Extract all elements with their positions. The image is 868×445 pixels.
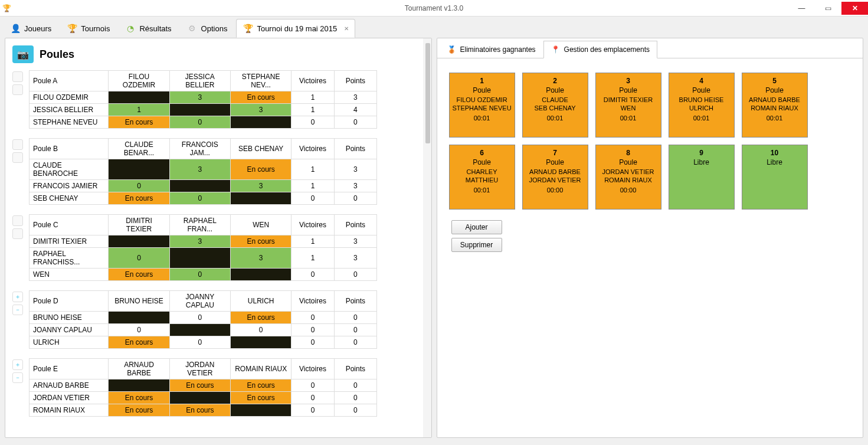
score-cell[interactable] bbox=[169, 180, 230, 192]
table-row[interactable]: CLAUDE BENAROCHE3En cours13 bbox=[30, 159, 377, 180]
score-cell[interactable]: 3 bbox=[230, 248, 291, 269]
score-cell[interactable]: En cours bbox=[109, 392, 169, 404]
slot-card[interactable]: 7PouleARNAUD BARBEJORDAN VETIER00:00 bbox=[522, 145, 588, 210]
score-cell[interactable] bbox=[230, 116, 291, 129]
tab-current-tournament[interactable]: 🏆 Tournoi du 19 mai 2015 ✕ bbox=[236, 19, 355, 38]
score-cell[interactable] bbox=[169, 324, 230, 336]
slot-card[interactable]: 4PouleBRUNO HEISEULRICH00:01 bbox=[669, 73, 735, 138]
close-tab-icon[interactable]: ✕ bbox=[344, 25, 349, 32]
score-cell[interactable]: 3 bbox=[230, 104, 291, 116]
score-cell[interactable]: 3 bbox=[230, 180, 291, 192]
remove-row-button[interactable]: － bbox=[12, 372, 23, 383]
score-cell[interactable] bbox=[109, 159, 169, 180]
score-cell[interactable] bbox=[169, 392, 230, 404]
table-row[interactable]: JOANNY CAPLAU0000 bbox=[30, 324, 377, 336]
score-cell[interactable] bbox=[169, 248, 230, 269]
scrollbar[interactable] bbox=[423, 38, 431, 437]
score-cell[interactable] bbox=[230, 404, 291, 417]
wins-cell: 1 bbox=[291, 180, 334, 192]
score-cell[interactable] bbox=[230, 336, 291, 349]
score-cell[interactable]: En cours bbox=[230, 379, 291, 392]
score-cell[interactable]: 3 bbox=[169, 159, 230, 180]
slot-card[interactable]: 6PouleCHARLEYMATTHIEU00:01 bbox=[449, 145, 515, 210]
slot-card[interactable]: 8PouleJORDAN VETIERROMAIN RIAUX00:00 bbox=[595, 145, 661, 210]
scroll-thumb[interactable] bbox=[425, 43, 430, 143]
points-cell: 0 bbox=[334, 312, 376, 324]
trophy-icon: 🏆 bbox=[243, 23, 253, 34]
score-cell[interactable]: En cours bbox=[169, 404, 230, 417]
table-row[interactable]: WENEn cours000 bbox=[30, 269, 377, 281]
slot-number: 7 bbox=[553, 149, 557, 157]
close-button[interactable]: ✕ bbox=[841, 2, 868, 15]
column-header: Victoires bbox=[291, 291, 334, 312]
remove-row-button[interactable]: － bbox=[12, 305, 23, 315]
slot-card[interactable]: 3PouleDIMITRI TEXIERWEN00:01 bbox=[595, 73, 661, 138]
score-cell[interactable] bbox=[169, 104, 230, 116]
side-placeholder bbox=[12, 71, 23, 82]
score-cell[interactable] bbox=[109, 91, 169, 104]
score-cell[interactable]: 0 bbox=[169, 116, 230, 129]
table-row[interactable]: JORDAN VETIEREn coursEn cours00 bbox=[30, 392, 377, 404]
score-cell[interactable]: 0 bbox=[109, 324, 169, 336]
table-row[interactable]: FILOU OZDEMIR3En cours13 bbox=[30, 91, 377, 104]
add-slot-button[interactable]: Ajouter bbox=[451, 220, 502, 234]
score-cell[interactable]: En cours bbox=[109, 116, 169, 129]
score-cell[interactable]: En cours bbox=[230, 91, 291, 104]
score-cell[interactable] bbox=[109, 379, 169, 392]
table-row[interactable]: STEPHANE NEVEUEn cours000 bbox=[30, 116, 377, 129]
table-row[interactable]: SEB CHENAYEn cours000 bbox=[30, 192, 377, 205]
table-row[interactable]: RAPHAEL FRANCHISS...0313 bbox=[30, 248, 377, 269]
maximize-button[interactable]: ▭ bbox=[815, 2, 841, 15]
tab-results[interactable]: ◔ Résultats bbox=[119, 19, 178, 38]
score-cell[interactable]: 3 bbox=[169, 235, 230, 248]
add-row-button[interactable]: ＋ bbox=[12, 292, 23, 302]
score-cell[interactable]: 0 bbox=[169, 192, 230, 205]
tab-tournaments[interactable]: 🏆 Tournois bbox=[60, 19, 116, 38]
delete-slot-button[interactable]: Supprimer bbox=[451, 238, 502, 252]
score-cell[interactable] bbox=[109, 235, 169, 248]
table-row[interactable]: ROMAIN RIAUXEn coursEn cours00 bbox=[30, 404, 377, 417]
table-row[interactable]: JESSICA BELLIER1314 bbox=[30, 104, 377, 116]
score-cell[interactable]: En cours bbox=[109, 192, 169, 205]
slot-card[interactable]: 5PouleARNAUD BARBEROMAIN RIAUX00:01 bbox=[742, 73, 808, 138]
poule-name: Poule E bbox=[30, 359, 109, 379]
wins-cell: 0 bbox=[291, 324, 334, 336]
score-cell[interactable]: En cours bbox=[230, 159, 291, 180]
score-cell[interactable]: En cours bbox=[230, 235, 291, 248]
score-cell[interactable]: 3 bbox=[169, 91, 230, 104]
table-row[interactable]: DIMITRI TEXIER3En cours13 bbox=[30, 235, 377, 248]
score-cell[interactable]: En cours bbox=[109, 404, 169, 417]
score-cell[interactable]: En cours bbox=[230, 312, 291, 324]
camera-icon[interactable]: 📷 bbox=[12, 45, 34, 63]
score-cell[interactable]: 1 bbox=[109, 104, 169, 116]
score-cell[interactable] bbox=[230, 269, 291, 281]
score-cell[interactable]: 0 bbox=[169, 312, 230, 324]
score-cell[interactable]: En cours bbox=[109, 336, 169, 349]
score-cell[interactable]: En cours bbox=[109, 269, 169, 281]
tab-slots[interactable]: 📍 Gestion des emplacements bbox=[543, 41, 657, 58]
score-cell[interactable]: En cours bbox=[230, 392, 291, 404]
table-row[interactable]: ARNAUD BARBEEn coursEn cours00 bbox=[30, 379, 377, 392]
slot-card[interactable]: 10Libre bbox=[742, 145, 808, 210]
slot-card[interactable]: 1PouleFILOU OZDEMIRSTEPHANE NEVEU00:01 bbox=[449, 73, 515, 138]
score-cell[interactable]: 0 bbox=[109, 180, 169, 192]
slot-time: 00:01 bbox=[474, 186, 490, 194]
score-cell[interactable]: 0 bbox=[169, 269, 230, 281]
table-row[interactable]: BRUNO HEISE0En cours00 bbox=[30, 312, 377, 324]
column-header: ROMAIN RIAUX bbox=[230, 359, 291, 379]
slot-card[interactable]: 2PouleCLAUDESEB CHENAY00:01 bbox=[522, 73, 588, 138]
score-cell[interactable]: 0 bbox=[230, 324, 291, 336]
tab-eliminations[interactable]: 🥉 Eliminatoires gagnantes bbox=[440, 41, 543, 58]
score-cell[interactable] bbox=[109, 312, 169, 324]
tab-players[interactable]: 👤 Joueurs bbox=[4, 19, 58, 38]
add-row-button[interactable]: ＋ bbox=[12, 359, 23, 370]
score-cell[interactable] bbox=[230, 192, 291, 205]
tab-options[interactable]: ⚙ Options bbox=[181, 19, 234, 38]
table-row[interactable]: FRANCOIS JAMIER0313 bbox=[30, 180, 377, 192]
table-row[interactable]: ULRICHEn cours000 bbox=[30, 336, 377, 349]
score-cell[interactable]: En cours bbox=[169, 379, 230, 392]
score-cell[interactable]: 0 bbox=[169, 336, 230, 349]
slot-card[interactable]: 9Libre bbox=[669, 145, 735, 210]
minimize-button[interactable]: — bbox=[788, 2, 815, 15]
score-cell[interactable]: 0 bbox=[109, 248, 169, 269]
